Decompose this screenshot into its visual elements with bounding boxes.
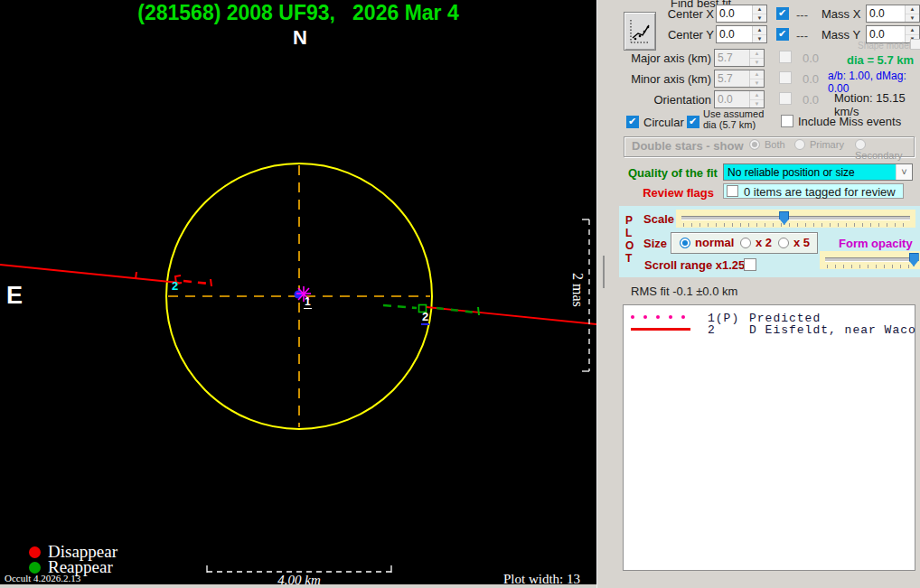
minor-axis-input[interactable]	[715, 70, 752, 87]
legend-reappear-label: Reappear	[48, 557, 113, 577]
double-stars-label: Double stars - show	[632, 139, 744, 153]
center-x-spinner[interactable]: ▲▼	[752, 5, 766, 22]
orientation-field[interactable]: ▲▼	[714, 90, 765, 108]
use-assumed-dia-label: Use assumed dia (5.7 km)	[703, 108, 770, 130]
quality-of-fit-combobox[interactable]: No reliable position or size ˅	[723, 163, 913, 181]
center-x-suffix: ---	[796, 8, 808, 22]
size-option-normal[interactable]: normal	[680, 236, 734, 249]
center-x-input[interactable]	[717, 5, 755, 22]
station-id: 2	[708, 323, 716, 337]
chord-number-right: 2	[421, 310, 429, 325]
primary-radio[interactable]	[794, 139, 805, 150]
shape-model-label: Shape model	[858, 41, 911, 51]
scroll-range-checkbox[interactable]	[744, 258, 756, 271]
size-normal-radio[interactable]	[680, 238, 690, 248]
station-list[interactable]: 1(P) Predicted 2 D Eisfeldt, near Waco	[623, 304, 915, 571]
size-radio-group: normal x 2 x 5	[671, 232, 818, 254]
orientation-aux: 0.0	[803, 93, 819, 107]
occult-window: (281568) 2008 UF93, 2026 Mar 4 N E 2 1 2…	[0, 0, 920, 588]
review-flags-box: 0 items are tagged for review	[723, 183, 904, 199]
diameter-label: dia = 5.7 km	[847, 53, 914, 67]
circular-checkbox[interactable]	[626, 116, 639, 128]
center-y-field[interactable]: ▲▼	[716, 25, 767, 43]
major-axis-field[interactable]: ▲▼	[714, 49, 765, 67]
rms-fit-label: RMS fit -0.1 ±0.0 km	[631, 285, 737, 298]
center-star-number: 1	[304, 295, 312, 309]
minor-axis-field[interactable]: ▲▼	[714, 70, 765, 88]
mass-x-input[interactable]	[867, 5, 907, 22]
center-y-checkbox[interactable]	[776, 28, 789, 41]
center-y-spinner[interactable]: ▲▼	[752, 26, 766, 42]
size-option-x2[interactable]: x 2	[740, 236, 772, 249]
find-best-fit-button[interactable]	[624, 12, 656, 51]
north-label: N	[291, 26, 309, 50]
occultation-plot-canvas[interactable]: (281568) 2008 UF93, 2026 Mar 4 N E 2 1 2…	[0, 0, 596, 584]
center-x-label: Center X	[662, 7, 714, 21]
major-axis-label: Major axis (km)	[624, 51, 711, 65]
minor-axis-spinner[interactable]: ▲▼	[749, 70, 764, 87]
plot-letter-p: P	[625, 214, 633, 227]
orientation-checkbox[interactable]	[779, 92, 792, 105]
review-flags-checkbox[interactable]	[727, 185, 738, 197]
double-stars-group: Double stars - show Both Primary Seconda…	[624, 136, 915, 157]
observed-dashed-left	[383, 305, 417, 308]
minor-axis-label: Minor axis (km)	[624, 72, 711, 86]
size-x5-label: x 5	[793, 236, 810, 249]
panel-splitter[interactable]	[596, 0, 609, 588]
horizontal-scale-label: 4.00 km	[207, 573, 391, 588]
size-x2-radio[interactable]	[740, 238, 751, 248]
plot-legend: Disappear Reappear	[29, 545, 117, 575]
combobox-dropdown-icon[interactable]: ˅	[896, 164, 912, 180]
secondary-radio[interactable]	[855, 139, 866, 150]
fit-chart-icon	[628, 18, 652, 45]
plot-width-label: Plot width: 13 km	[503, 572, 596, 588]
scale-slider[interactable]	[676, 210, 915, 228]
chord-path-left	[0, 265, 179, 283]
quality-of-fit-value: No reliable position or size	[728, 166, 855, 179]
plot-title: (281568) 2008 UF93, 2026 Mar 4	[0, 1, 596, 25]
circular-label: Circular	[643, 116, 684, 129]
use-assumed-dia-checkbox[interactable]	[687, 116, 699, 128]
review-flags-text: 0 items are tagged for review	[744, 185, 896, 199]
form-opacity-slider-track	[825, 257, 915, 262]
mass-x-label: Mass X	[821, 7, 860, 21]
mass-y-label: Mass Y	[821, 28, 860, 42]
mass-x-spinner[interactable]: ▲▼	[905, 5, 919, 22]
size-x5-radio[interactable]	[778, 238, 789, 248]
scroll-range-label: Scroll range x1.25	[644, 258, 745, 272]
include-miss-label: Include Miss events	[798, 115, 901, 128]
shape-model-checkbox[interactable]	[910, 39, 920, 50]
both-radio[interactable]	[749, 139, 760, 150]
scale-slider-ticks	[683, 223, 908, 227]
center-x-field[interactable]: ▲▼	[716, 5, 767, 23]
center-y-label: Center Y	[662, 28, 714, 42]
station-name: D Eisfeldt, near Waco	[749, 323, 916, 337]
vertical-scale-label: 2 mas	[569, 273, 586, 307]
double-stars-option-both[interactable]: Both	[749, 139, 785, 150]
double-stars-option-secondary[interactable]: Secondary	[855, 139, 914, 161]
observed-dashed-right	[437, 308, 475, 313]
east-label: E	[6, 282, 23, 310]
quality-of-fit-label: Quality of the fit	[628, 166, 718, 180]
form-opacity-slider[interactable]	[820, 251, 920, 269]
minor-axis-aux: 0.0	[803, 72, 819, 86]
major-axis-checkbox[interactable]	[779, 51, 792, 63]
plot-letter-o: O	[625, 239, 634, 252]
orientation-spinner[interactable]: ▲▼	[749, 91, 764, 107]
mass-x-field[interactable]: ▲▼	[866, 5, 920, 23]
center-x-checkbox[interactable]	[776, 7, 789, 20]
observed-line-icon	[631, 328, 690, 331]
major-axis-aux: 0.0	[803, 51, 819, 65]
plot-drawing	[0, 0, 596, 584]
scale-label: Scale	[643, 212, 674, 226]
center-y-suffix: ---	[796, 29, 808, 42]
center-y-input[interactable]	[717, 26, 755, 42]
double-stars-option-primary[interactable]: Primary	[794, 139, 844, 150]
include-miss-checkbox[interactable]	[781, 115, 793, 127]
major-axis-spinner[interactable]: ▲▼	[749, 50, 764, 66]
size-option-x5[interactable]: x 5	[778, 236, 810, 249]
major-axis-input[interactable]	[715, 50, 752, 66]
size-label: Size	[643, 237, 667, 250]
orientation-input[interactable]	[715, 91, 752, 107]
minor-axis-checkbox[interactable]	[779, 71, 792, 84]
